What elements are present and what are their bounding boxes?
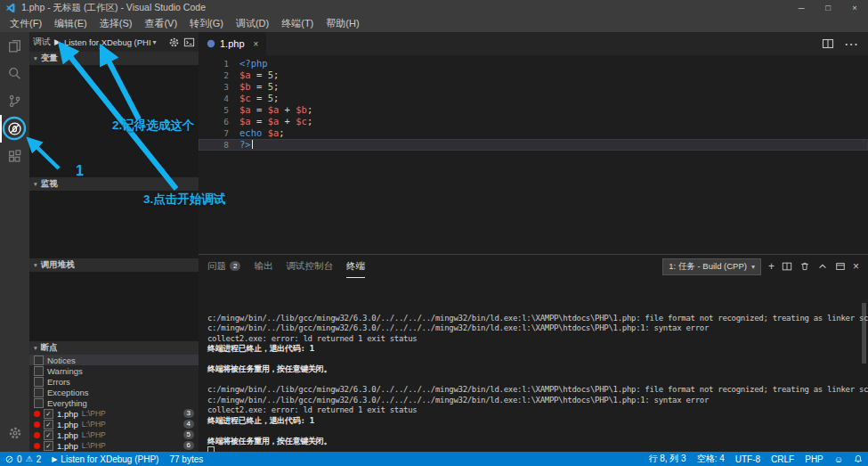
new-terminal-icon[interactable]: +: [768, 261, 775, 272]
language-status[interactable]: PHP: [799, 452, 829, 466]
menu-item[interactable]: 选择(S): [93, 15, 139, 32]
terminal-output[interactable]: c:/mingw/bin/../lib/gcc/mingw32/6.3.0/..…: [199, 278, 868, 452]
code-editor[interactable]: 1<?php2$a = 5;3$b = 5;4$c = 5;5$a = $a +…: [199, 55, 868, 254]
section-breakpoints[interactable]: ▾ 断点: [29, 341, 199, 355]
line-number[interactable]: 8: [199, 139, 239, 151]
code-line[interactable]: 3$b = 5;: [199, 81, 868, 93]
breakpoint-row[interactable]: ✓1.phpL:\PHP6: [29, 440, 199, 451]
debug-config-dropdown[interactable]: Listen for XDebug (PHI ▾: [64, 37, 165, 47]
indentation-status[interactable]: 空格: 4: [692, 452, 730, 466]
checkbox[interactable]: [34, 398, 44, 408]
maximize-panel-icon[interactable]: [817, 261, 828, 272]
cursor-position-status[interactable]: 行 8, 列 3: [643, 452, 691, 466]
activity-source-control[interactable]: [0, 87, 29, 115]
checkbox[interactable]: [34, 388, 44, 397]
activity-search[interactable]: [0, 60, 29, 87]
breakpoint-filter-label: Notices: [47, 356, 76, 365]
section-variables[interactable]: ▾ 变量: [29, 52, 199, 65]
eol-status[interactable]: CRLF: [766, 452, 799, 466]
problems-status[interactable]: 0 ⚠ 2: [0, 452, 46, 466]
breakpoint-filter-row[interactable]: Exceptions: [29, 387, 199, 397]
breakpoint-row[interactable]: ✓1.phpL:\PHP3: [29, 408, 199, 419]
menu-item[interactable]: 终端(T): [275, 15, 320, 32]
activity-debug[interactable]: [0, 115, 29, 143]
menu-item[interactable]: 查看(V): [138, 15, 183, 32]
panel-tab[interactable]: 问题2: [207, 255, 240, 278]
toggle-debug-console-button[interactable]: [183, 37, 195, 48]
start-debugging-button[interactable]: ▶: [54, 37, 61, 46]
line-number[interactable]: 3: [199, 81, 239, 93]
breakpoint-file: 1.php: [57, 409, 78, 419]
line-number[interactable]: 4: [199, 93, 239, 104]
menu-item[interactable]: 转到(G): [183, 15, 230, 32]
checkbox[interactable]: ✓: [44, 441, 53, 451]
chevron-expanded-icon: ▾: [34, 261, 37, 269]
file-size-label: 77 bytes: [169, 454, 203, 464]
panel-tab[interactable]: 终端: [346, 255, 365, 278]
terminal-line: collect2.exe: error: ld returned 1 exit …: [207, 334, 859, 345]
checkbox[interactable]: [34, 366, 44, 376]
close-icon[interactable]: ×: [254, 39, 259, 49]
checkbox[interactable]: ✓: [44, 420, 53, 429]
code-line[interactable]: 6$a = $a + $c;: [199, 116, 868, 127]
code-line[interactable]: 8?>: [199, 139, 868, 151]
terminal-line: 终端进程已终止，退出代码: 1: [207, 416, 859, 427]
feedback-status[interactable]: ☺: [829, 452, 848, 466]
code-line[interactable]: 1<?php: [199, 58, 868, 69]
watch-panel: [29, 191, 199, 258]
code-line[interactable]: 2$a = 5;: [199, 69, 868, 81]
error-count: 0: [17, 454, 22, 464]
terminal-line: 终端将被任务重用，按任意键关闭。: [207, 437, 859, 447]
checkbox[interactable]: ✓: [44, 430, 53, 440]
tab-1php[interactable]: 1.php ×: [199, 32, 266, 55]
breakpoint-dot-icon: [34, 443, 40, 449]
code-line[interactable]: 7echo $a;: [199, 127, 868, 139]
configure-gear-button[interactable]: [168, 37, 180, 48]
checkbox[interactable]: [34, 356, 44, 365]
panel-tab[interactable]: 调试控制台: [286, 255, 333, 278]
terminal-scrollbar[interactable]: [862, 303, 866, 364]
breakpoint-filter-row[interactable]: Everything: [29, 397, 199, 408]
line-number[interactable]: 6: [199, 116, 239, 127]
line-number[interactable]: 7: [199, 127, 239, 139]
menu-item[interactable]: 帮助(H): [320, 15, 365, 32]
breakpoint-row[interactable]: ✓1.phpL:\PHP4: [29, 419, 199, 429]
panel-tab[interactable]: 输出: [254, 255, 272, 278]
cursor-position-label: 行 8, 列 3: [648, 453, 685, 465]
debug-status[interactable]: ▶ Listen for XDebug (PHP): [46, 452, 164, 466]
minimize-button[interactable]: ─: [788, 0, 815, 15]
line-number[interactable]: 2: [199, 69, 239, 81]
activity-explorer[interactable]: [0, 32, 29, 60]
maximize-button[interactable]: □: [815, 0, 841, 15]
breakpoint-filter-row[interactable]: Notices: [29, 355, 199, 365]
panel-layout-icon[interactable]: [835, 261, 846, 272]
checkbox[interactable]: [34, 377, 44, 387]
breakpoint-row[interactable]: ✓1.phpL:\PHP5: [29, 429, 199, 440]
breakpoint-filter-row[interactable]: Warnings: [29, 365, 199, 376]
checkbox[interactable]: ✓: [44, 409, 53, 419]
code-line[interactable]: 4$c = 5;: [199, 93, 868, 104]
activity-extensions[interactable]: [0, 143, 29, 170]
section-call-stack[interactable]: ▾ 调用堆栈: [29, 258, 199, 272]
menu-item[interactable]: 编辑(E): [48, 15, 93, 32]
split-terminal-icon[interactable]: [782, 261, 792, 272]
kill-terminal-icon[interactable]: [799, 261, 810, 272]
close-panel-icon[interactable]: ×: [853, 261, 859, 272]
play-icon: ▶: [52, 455, 57, 463]
more-actions-icon[interactable]: ⋯: [844, 36, 858, 53]
notifications-status[interactable]: [848, 452, 868, 466]
menu-item[interactable]: 文件(F): [4, 15, 48, 32]
encoding-status[interactable]: UTF-8: [730, 452, 766, 466]
code-line[interactable]: 5$a = $a + $b;: [199, 104, 868, 116]
split-editor-icon[interactable]: [822, 37, 834, 50]
terminal-picker[interactable]: 1: 任务 - Build (CPP) ▾: [662, 258, 761, 275]
code-text: $a = 5;: [239, 69, 279, 81]
panel-tab-label: 终端: [346, 260, 365, 273]
menu-item[interactable]: 调试(D): [230, 15, 275, 32]
breakpoint-filter-row[interactable]: Errors: [29, 376, 199, 387]
line-number[interactable]: 1: [199, 58, 239, 69]
close-window-button[interactable]: ×: [841, 0, 868, 15]
activity-settings[interactable]: [0, 419, 29, 446]
line-number[interactable]: 5: [199, 104, 239, 116]
section-watch[interactable]: ▾ 监视: [29, 177, 199, 191]
